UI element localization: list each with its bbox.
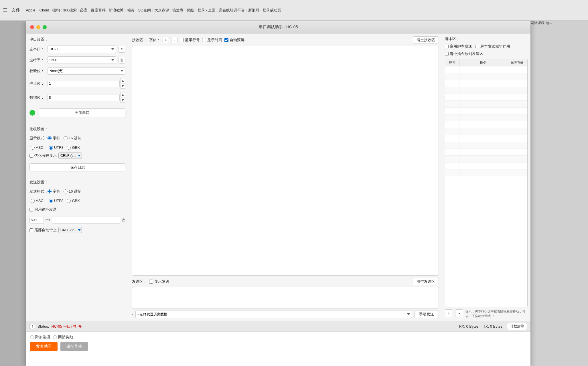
table-cell[interactable] bbox=[445, 66, 459, 73]
post-button[interactable]: 发表帖子 bbox=[30, 342, 58, 351]
send-textarea[interactable] bbox=[132, 287, 439, 308]
script-del-btn[interactable]: - bbox=[455, 309, 463, 317]
stop-on-done-item[interactable]: 脚本发送完毕停用 bbox=[475, 44, 510, 49]
table-cell[interactable] bbox=[459, 80, 507, 87]
table-cell[interactable] bbox=[507, 80, 527, 87]
table-cell[interactable] bbox=[459, 128, 507, 135]
stop-down-btn[interactable]: ▼ bbox=[120, 84, 125, 89]
table-cell[interactable] bbox=[445, 156, 459, 162]
table-cell[interactable] bbox=[507, 66, 527, 73]
table-cell[interactable] bbox=[507, 142, 527, 149]
send-char-item[interactable]: 字符 bbox=[48, 189, 60, 194]
table-cell[interactable] bbox=[459, 108, 507, 114]
enable-script-item[interactable]: 启用脚本发送 bbox=[445, 44, 472, 49]
close-button[interactable] bbox=[30, 25, 34, 29]
nav-sogou[interactable]: 搜狗 bbox=[52, 8, 60, 13]
refresh-button[interactable]: ↻ bbox=[119, 46, 125, 53]
connect-button[interactable]: 关闭串口 bbox=[39, 108, 125, 117]
right-panel-link[interactable]: 网络课程-电... bbox=[531, 21, 552, 25]
table-cell[interactable] bbox=[507, 114, 527, 121]
enc-gbk-radio[interactable] bbox=[67, 146, 71, 150]
nav-weibo[interactable]: 新浪微博 bbox=[109, 8, 124, 13]
tail-select[interactable]: CRLF (\r... bbox=[58, 227, 82, 233]
table-cell[interactable] bbox=[459, 87, 507, 94]
send-utf8-item[interactable]: UTF8 bbox=[49, 199, 64, 203]
show-time-item[interactable]: 显示时间 bbox=[202, 37, 222, 43]
reward-option-item[interactable]: 回贴奖励 bbox=[53, 335, 73, 340]
table-cell[interactable] bbox=[445, 94, 459, 100]
stop-up-btn[interactable]: ▲ bbox=[120, 78, 125, 83]
enc-ascii-item[interactable]: ASCII bbox=[31, 145, 46, 150]
enable-script-checkbox[interactable] bbox=[445, 45, 449, 48]
send-utf8-radio[interactable] bbox=[49, 199, 53, 203]
auto-scroll-item[interactable]: 自动滚屏 bbox=[224, 37, 244, 43]
receive-textarea[interactable] bbox=[132, 46, 439, 276]
table-cell[interactable] bbox=[445, 80, 459, 87]
table-cell[interactable] bbox=[507, 101, 527, 107]
draft-button[interactable]: 保存草稿 bbox=[60, 342, 88, 351]
table-cell[interactable] bbox=[459, 94, 507, 100]
select-to-send-checkbox[interactable] bbox=[445, 52, 449, 56]
reward-option-radio[interactable] bbox=[53, 335, 57, 339]
send-gbk-radio[interactable] bbox=[67, 199, 71, 203]
table-cell[interactable] bbox=[445, 108, 459, 114]
table-cell[interactable] bbox=[507, 121, 527, 128]
font-minus-btn[interactable]: - bbox=[171, 37, 177, 43]
maximize-button[interactable] bbox=[43, 25, 47, 29]
table-cell[interactable] bbox=[459, 73, 507, 80]
table-cell[interactable] bbox=[459, 169, 507, 176]
nav-login-success[interactable]: 登录成功页 bbox=[263, 8, 281, 13]
send-hex-item[interactable]: 16 进制 bbox=[64, 189, 81, 194]
mode-char-item[interactable]: 字符 bbox=[48, 136, 60, 141]
clear-send-btn[interactable]: 清空发送区 bbox=[413, 278, 439, 285]
mode-hex-radio[interactable] bbox=[64, 136, 68, 140]
table-cell[interactable] bbox=[507, 87, 527, 94]
table-cell[interactable] bbox=[507, 128, 527, 135]
table-cell[interactable] bbox=[459, 142, 507, 149]
nav-icloud[interactable]: iCloud bbox=[39, 8, 49, 12]
table-cell[interactable] bbox=[507, 135, 527, 142]
baud-select[interactable]: 9600 bbox=[48, 56, 116, 64]
table-cell[interactable] bbox=[507, 73, 527, 80]
clear-count-btn[interactable]: 计数清零 bbox=[507, 323, 527, 330]
table-cell[interactable] bbox=[445, 169, 459, 176]
hamburger-icon[interactable]: ☰ bbox=[3, 7, 7, 13]
port-select[interactable]: HC-05 bbox=[48, 45, 116, 53]
optimize-checkbox-item[interactable]: 优化分隔显示 bbox=[29, 153, 57, 158]
enc-utf8-radio[interactable] bbox=[49, 146, 53, 150]
table-cell[interactable] bbox=[459, 121, 507, 128]
font-plus-btn[interactable]: + bbox=[163, 37, 169, 43]
clear-receive-btn[interactable]: 清空接收区 bbox=[413, 36, 439, 44]
table-cell[interactable] bbox=[445, 135, 459, 142]
attach-option-item[interactable]: 附加选项 bbox=[30, 335, 50, 340]
table-cell[interactable] bbox=[445, 87, 459, 94]
tail-checkbox[interactable] bbox=[29, 228, 33, 232]
select-to-send-item[interactable]: 选中指令放到发送区 bbox=[445, 51, 528, 56]
table-cell[interactable] bbox=[445, 149, 459, 155]
table-cell[interactable] bbox=[459, 156, 507, 162]
nav-meituan[interactable]: 猫途鹰 bbox=[172, 8, 183, 13]
show-send-item[interactable]: 显示发送 bbox=[149, 279, 169, 284]
help-button[interactable]: ? bbox=[29, 324, 35, 329]
separator-select[interactable]: CRLF (\r... bbox=[58, 153, 82, 159]
send-ascii-item[interactable]: ASCII bbox=[31, 199, 46, 203]
times-input[interactable] bbox=[52, 217, 120, 223]
nav-dz[interactable]: 大众点评 bbox=[154, 8, 169, 13]
nav-sina[interactable]: 新浪网 bbox=[248, 8, 259, 13]
nav-login[interactable]: 登录 - 全国...党在线培训平台 bbox=[198, 8, 245, 13]
mode-char-radio[interactable] bbox=[48, 136, 52, 140]
minimize-button[interactable] bbox=[36, 25, 40, 29]
table-cell[interactable] bbox=[445, 114, 459, 121]
parity-select[interactable]: None(无) bbox=[48, 67, 125, 75]
nav-bing[interactable]: 必应 bbox=[80, 8, 87, 13]
table-cell[interactable] bbox=[507, 149, 527, 155]
table-cell[interactable] bbox=[507, 163, 527, 169]
nav-baidu[interactable]: 百度百科 bbox=[91, 8, 106, 13]
table-cell[interactable] bbox=[507, 108, 527, 114]
stop-on-done-checkbox[interactable] bbox=[475, 45, 479, 48]
table-cell[interactable] bbox=[459, 114, 507, 121]
stop-input[interactable] bbox=[48, 80, 120, 87]
loop-checkbox-item[interactable]: 启用循环发送 bbox=[29, 207, 57, 212]
table-cell[interactable] bbox=[459, 149, 507, 155]
table-cell[interactable] bbox=[507, 169, 527, 176]
